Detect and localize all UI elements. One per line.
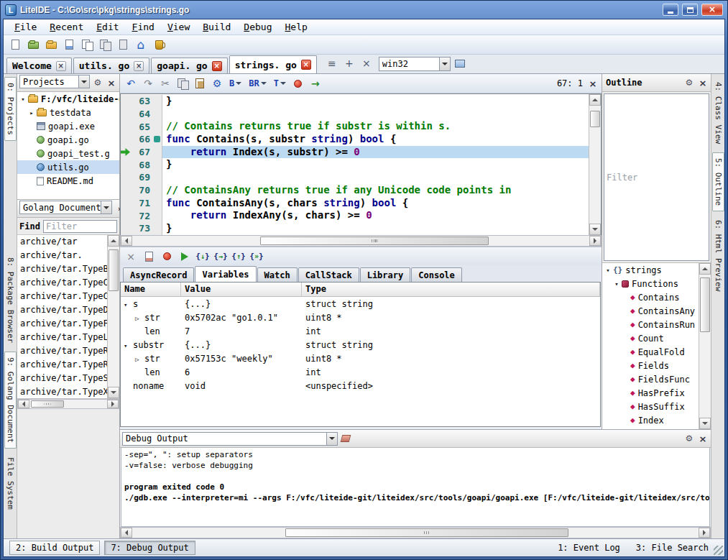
scroll-thumb[interactable]: [285, 528, 568, 537]
tree-item-index[interactable]: ◆Index: [602, 413, 699, 427]
open-file-icon[interactable]: [25, 37, 41, 52]
tree-item-hassuffix[interactable]: ◆HasSuffix: [602, 400, 699, 413]
status-button-1-event-log[interactable]: 1: Event Log: [558, 543, 620, 553]
doc-list-item[interactable]: archive/tar.TypeReg: [17, 358, 107, 372]
debug-tab-callstack[interactable]: CallStack: [298, 267, 359, 282]
tree-item-count[interactable]: ◆Count: [602, 331, 699, 345]
projects-view-combo[interactable]: Projects: [19, 75, 90, 88]
scroll-up-icon[interactable]: [589, 94, 601, 106]
build-run-menu-button[interactable]: BR: [246, 77, 269, 90]
build-target-combo[interactable]: win32: [379, 57, 451, 71]
debug-tab-console[interactable]: Console: [411, 267, 462, 282]
run-to-line-icon[interactable]: {»}: [249, 249, 264, 265]
line-gutter[interactable]: 67: [121, 146, 162, 159]
code-line-63[interactable]: 63}: [121, 95, 589, 108]
copy-icon[interactable]: [175, 75, 190, 91]
tree-item-equalfold[interactable]: ◆EqualFold: [602, 345, 699, 359]
line-gutter[interactable]: 65: [121, 120, 162, 133]
save-session-icon[interactable]: [97, 37, 113, 52]
column-header-value[interactable]: Value: [181, 283, 302, 296]
paste-icon[interactable]: [192, 75, 208, 91]
scroll-thumb[interactable]: [700, 277, 710, 332]
doc-list-item[interactable]: archive/tar.TypeLin: [17, 331, 107, 344]
scroll-left-icon[interactable]: [121, 528, 132, 538]
scroll-right-icon[interactable]: [589, 236, 601, 246]
scroll-track[interactable]: [132, 528, 699, 538]
stop-debug-icon[interactable]: [159, 249, 175, 265]
chevron-down-icon[interactable]: [101, 201, 111, 214]
build-env-icon[interactable]: [151, 37, 167, 52]
doc-list-item[interactable]: archive/tar.TypeCo: [17, 290, 107, 303]
scroll-down-icon[interactable]: [699, 418, 711, 429]
line-gutter[interactable]: 66: [121, 133, 162, 146]
code-editor[interactable]: 63}6465// Contains returns true if subst…: [120, 93, 602, 235]
save-file-icon[interactable]: [61, 37, 77, 52]
open-project-icon[interactable]: [43, 37, 59, 52]
maximize-button[interactable]: [682, 4, 698, 16]
doc-list-item[interactable]: archive/tar.TypeSyr: [17, 372, 107, 385]
step-into-icon[interactable]: {↓}: [195, 249, 211, 265]
save-all-icon[interactable]: [79, 37, 95, 52]
tree-item-goapi-exe[interactable]: goapi.exe: [17, 119, 119, 133]
menu-build[interactable]: Build: [196, 20, 237, 34]
tab-goapi-go[interactable]: goapi. go×: [151, 58, 227, 73]
scroll-thumb[interactable]: [109, 249, 119, 292]
close-button[interactable]: [701, 4, 723, 16]
tab-close-icon[interactable]: ×: [134, 61, 144, 71]
tab-utils-go[interactable]: utils. go×: [73, 58, 149, 73]
side-tab-file-system[interactable]: File System: [5, 452, 16, 515]
tab-welcome[interactable]: Welcome×: [6, 58, 72, 73]
debug-tab-watch[interactable]: Watch: [257, 267, 298, 282]
code-line-72[interactable]: 72 return IndexAny(s, chars) >= 0: [121, 209, 589, 222]
clear-log-icon[interactable]: ×: [123, 249, 139, 265]
tree-item-containsany[interactable]: ◆ContainsAny: [602, 304, 699, 318]
menu-debug[interactable]: Debug: [237, 20, 278, 34]
expand-arrow-icon[interactable]: ▾: [19, 96, 27, 103]
scroll-down-icon[interactable]: [108, 387, 119, 398]
line-gutter[interactable]: 71: [121, 197, 162, 210]
column-header-name[interactable]: Name: [121, 283, 181, 296]
symbol-list-icon[interactable]: ≡: [324, 55, 340, 71]
outline-filter-input[interactable]: [604, 93, 709, 261]
debug-output-text[interactable]: -sep=", ": setup separators-v=false: ver…: [121, 448, 710, 527]
chevron-down-icon[interactable]: [439, 58, 450, 70]
tree-item-hasprefix[interactable]: ◆HasPrefix: [602, 386, 699, 400]
tree-item-fields[interactable]: ◆Fields: [602, 359, 699, 372]
outline-vscrollbar[interactable]: [699, 263, 711, 429]
variable-row-str[interactable]: ▷str0x5702ac "go1.0.1"uint8 *: [121, 311, 600, 324]
expand-arrow-icon[interactable]: ▸: [27, 109, 36, 116]
doc-list-item[interactable]: archive/tar.TypeXG: [17, 385, 107, 398]
debug-output-hscrollbar[interactable]: [120, 527, 711, 538]
code-line-70[interactable]: 70// ContainsAny returns true if any Uni…: [121, 184, 589, 197]
side-tab-9-golang-document[interactable]: 9: Golang Document: [4, 352, 17, 449]
scroll-track[interactable]: [108, 247, 119, 387]
line-gutter[interactable]: 68: [121, 158, 162, 171]
side-tab-8-package-browser[interactable]: 8: Package Browser: [5, 252, 16, 348]
scroll-up-icon[interactable]: [699, 263, 711, 275]
scroll-down-icon[interactable]: [589, 224, 601, 235]
code-line-69[interactable]: 69: [121, 171, 589, 184]
new-file-icon[interactable]: [7, 37, 23, 52]
step-out-icon[interactable]: {↑}: [231, 249, 246, 265]
doc-list-item[interactable]: archive/tar.TypeCh: [17, 276, 107, 290]
panel-menu-icon[interactable]: [683, 433, 695, 444]
side-tab-4-class-view[interactable]: 4: Class View: [713, 77, 724, 149]
column-header-type[interactable]: Type: [302, 283, 600, 296]
panel-menu-icon[interactable]: [92, 77, 103, 88]
scroll-thumb[interactable]: [590, 111, 600, 127]
scroll-track[interactable]: [699, 275, 711, 418]
side-tab-0-projects[interactable]: 0: Projects: [4, 77, 17, 141]
doc-filter-input[interactable]: [43, 220, 117, 233]
debug-tab-asyncrecord[interactable]: AsyncRecord: [123, 267, 194, 282]
output-select-combo[interactable]: Debug Output: [122, 432, 338, 446]
tree-item-contains[interactable]: ◆Contains: [602, 290, 699, 304]
title-bar[interactable]: LiteIDE - C:\Go\src\pkg\strings\strings.…: [3, 1, 725, 19]
scroll-left-icon[interactable]: [121, 236, 132, 246]
code-line-73[interactable]: 73}: [121, 222, 589, 235]
tab-close-icon[interactable]: ×: [56, 61, 66, 71]
doc-list-item[interactable]: archive/tar.TypeFifc: [17, 317, 107, 331]
doc-list-item[interactable]: archive/tar.TypeDir: [17, 303, 107, 317]
tree-item-testdata[interactable]: ▸testdata: [17, 106, 119, 119]
tree-item-f-vfc-liteide-g[interactable]: ▾F:/vfc/liteide-g: [17, 92, 119, 106]
variable-row-noname[interactable]: nonamevoid<unspecified>: [121, 379, 600, 393]
